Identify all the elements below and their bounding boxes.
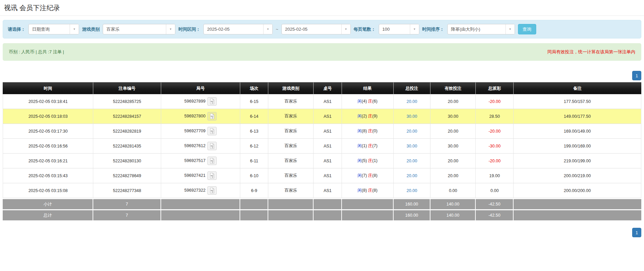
result-player-count: (5): [362, 158, 367, 163]
header-time: 时间: [3, 82, 93, 94]
result-player-label: 闲: [357, 99, 362, 104]
result-banker-label: 庄: [368, 114, 372, 118]
page-1-button[interactable]: 1: [632, 71, 641, 80]
caret-down-icon: ▼: [166, 24, 175, 34]
cell-bet-id: 522248281435: [93, 139, 161, 154]
page-title: 视讯 会员下注纪录: [0, 0, 644, 16]
cell-payout: -20.00: [476, 94, 514, 109]
sum-valid-bet: 140.00: [430, 198, 476, 209]
video-replay-button[interactable]: [207, 112, 217, 120]
cell-game-type: 百家乐: [268, 109, 314, 124]
caret-down-icon: ▼: [410, 24, 419, 34]
time-sort-select[interactable]: 降幂(由大到小) ▼: [447, 24, 515, 34]
result-player-count: (2): [362, 114, 367, 118]
cell-bet-id: 522248285725: [93, 94, 161, 109]
cell-game-type: 百家乐: [268, 94, 314, 109]
cell-result: 闲(5) 庄(1): [342, 154, 394, 168]
page-1-button[interactable]: 1: [632, 228, 641, 237]
game-type-select[interactable]: 百家乐 ▼: [103, 24, 175, 34]
cell-round: 596927800: [161, 109, 240, 124]
cell-round: 596927322: [161, 183, 240, 198]
video-replay-button[interactable]: [207, 127, 217, 135]
result-banker-count: (8): [372, 188, 377, 193]
pagination-top: 1: [3, 71, 641, 80]
cell-payout: -20.00: [476, 154, 514, 168]
query-type-select[interactable]: 日期查询 ▼: [28, 24, 79, 34]
cell-result: 闲(7) 庄(8): [342, 168, 394, 183]
cell-valid-bet: 20.00: [430, 124, 476, 139]
result-banker-count: (1): [372, 158, 377, 163]
cell-valid-bet: 20.00: [430, 154, 476, 168]
cell-table-no: AS1: [314, 168, 342, 183]
cell-remark: 177.50/157.50: [514, 94, 641, 109]
cell-session: 6-14: [240, 109, 268, 124]
cell-valid-bet: 30.00: [430, 109, 476, 124]
cell-total-bet[interactable]: 30.00: [394, 139, 431, 154]
video-replay-button[interactable]: [207, 186, 217, 195]
result-banker-count: (6): [372, 99, 377, 104]
video-replay-button[interactable]: [207, 157, 217, 165]
caret-down-icon: ▼: [70, 24, 79, 34]
cell-result: 闲(1) 庄(7): [342, 139, 394, 154]
cell-table-no: AS1: [314, 139, 342, 154]
cell-total-bet[interactable]: 30.00: [394, 109, 431, 124]
result-banker-label: 庄: [368, 188, 372, 193]
date-from-select[interactable]: 2025-02-05 ▼: [203, 24, 273, 34]
cell-table-no: AS1: [314, 94, 342, 109]
date-to-select[interactable]: 2025-02-05 ▼: [281, 24, 351, 34]
video-replay-button[interactable]: [207, 142, 217, 150]
caret-down-icon: ▼: [505, 24, 515, 34]
header-payout: 总派彩: [476, 82, 514, 94]
cell-round: 596927612: [161, 139, 240, 154]
search-button[interactable]: 查询: [518, 24, 536, 34]
cell-total-bet[interactable]: 20.00: [394, 183, 431, 198]
result-banker-label: 庄: [368, 143, 372, 148]
cell-payout: 28.50: [476, 109, 514, 124]
cell-result: 闲(2) 庄(9): [342, 109, 394, 124]
cell-payout: 19.00: [476, 168, 514, 183]
pagination-bottom: 1: [3, 228, 641, 237]
cell-total-bet[interactable]: 20.00: [394, 168, 431, 183]
cell-round: 596927899: [161, 94, 240, 109]
bet-records-table: 时间 注单编号 局号 场次 游戏类别 桌号 结果 总投注 有效投注 总派彩 备注…: [3, 82, 641, 220]
game-type-label: 游戏类别: [82, 26, 100, 32]
sum-count: 7: [93, 198, 161, 209]
result-player-count: (8): [362, 129, 367, 133]
video-replay-button[interactable]: [207, 171, 217, 180]
result-banker-count: (8): [372, 173, 377, 178]
result-banker-label: 庄: [368, 173, 372, 178]
result-player-label: 闲: [357, 114, 362, 118]
cell-valid-bet: 30.00: [430, 139, 476, 154]
header-remark: 备注: [514, 82, 641, 94]
filter-bar: 请选择： 日期查询 ▼ 游戏类别 百家乐 ▼ 时间区间： 2025-02-05 …: [3, 20, 641, 38]
cell-total-bet[interactable]: 20.00: [394, 124, 431, 139]
round-number: 596927800: [184, 114, 206, 118]
cell-remark: 200.00/219.00: [514, 168, 641, 183]
sum-valid-bet: 140.00: [430, 209, 476, 220]
table-row: 2025-02-05 03:17:30 522248282819 5969277…: [3, 124, 641, 139]
page-size-select[interactable]: 100 ▼: [379, 24, 419, 34]
cell-time: 2025-02-05 03:17:30: [3, 124, 93, 139]
cell-valid-bet: 0.00: [430, 183, 476, 198]
video-record-icon: [209, 158, 215, 164]
page-size-value: 100: [379, 27, 410, 32]
valid-bet-note: 同局有效投注，统一计算在该局第一张注单内: [547, 49, 635, 55]
cell-total-bet[interactable]: 20.00: [394, 94, 431, 109]
result-banker-label: 庄: [368, 99, 372, 104]
cell-total-bet[interactable]: 20.00: [394, 154, 431, 168]
result-player-label: 闲: [357, 173, 362, 178]
sum-payout: -42.50: [476, 209, 514, 220]
result-banker-count: (9): [372, 114, 377, 118]
result-banker-count: (0): [372, 129, 377, 133]
cell-time: 2025-02-05 03:15:43: [3, 168, 93, 183]
video-replay-button[interactable]: [207, 97, 217, 106]
cell-game-type: 百家乐: [268, 139, 314, 154]
header-bet-id: 注单编号: [93, 82, 161, 94]
cell-table-no: AS1: [314, 124, 342, 139]
result-player-label: 闲: [357, 143, 362, 148]
round-number: 596927612: [184, 143, 206, 148]
header-total-bet: 总投注: [394, 82, 431, 94]
cell-session: 6-12: [240, 139, 268, 154]
result-banker-label: 庄: [368, 129, 372, 133]
cell-payout: -20.00: [476, 124, 514, 139]
